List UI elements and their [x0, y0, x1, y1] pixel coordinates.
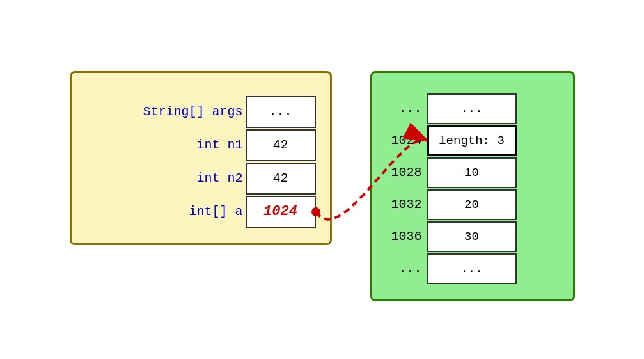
heap-cell: length: 3 — [427, 125, 517, 156]
stack-row: int n142 — [196, 129, 315, 161]
heap-cell: ... — [427, 253, 517, 284]
stack-row: String[] args... — [143, 96, 315, 128]
stack-row-cell: 42 — [246, 129, 316, 161]
heap-cell: ... — [427, 93, 517, 124]
heap-row: ...... — [384, 93, 562, 124]
stack-row-label: int n2 — [196, 171, 242, 186]
heap-cell: 10 — [427, 157, 517, 188]
heap-row: ...... — [384, 253, 562, 284]
heap-addr: 1028 — [384, 165, 422, 180]
stack-rows: String[] args...int n142int n242int[] a1… — [86, 96, 316, 229]
stack-row: int n242 — [196, 163, 315, 195]
heap-cell: 30 — [427, 221, 517, 252]
stack-row-cell: 42 — [246, 163, 316, 195]
stack-row-label: int[] a — [189, 204, 242, 219]
heap-addr: ... — [384, 101, 422, 116]
stack-row-cell: 1024 — [246, 196, 316, 228]
stack-row: int[] a1024 — [189, 196, 315, 228]
stack-panel: String[] args...int n142int n242int[] a1… — [70, 71, 332, 245]
heap-panel: ......1024length: 3102810103220103630...… — [370, 71, 575, 301]
heap-addr: 1036 — [384, 229, 422, 244]
heap-row: 102810 — [384, 157, 562, 188]
stack-row-label: int n1 — [196, 138, 242, 152]
heap-row: 103630 — [384, 221, 562, 252]
heap-addr: 1024 — [384, 133, 422, 148]
stack-row-cell: ... — [246, 96, 316, 128]
heap-rows: ......1024length: 3102810103220103630...… — [384, 93, 562, 285]
heap-addr: 1032 — [384, 197, 422, 212]
heap-row: 103220 — [384, 189, 562, 220]
heap-cell: 20 — [427, 189, 517, 220]
heap-addr: ... — [384, 261, 422, 276]
diagram-container: String[] args...int n142int n242int[] a1… — [70, 71, 575, 301]
heap-row: 1024length: 3 — [384, 125, 562, 156]
stack-row-label: String[] args — [143, 104, 242, 119]
